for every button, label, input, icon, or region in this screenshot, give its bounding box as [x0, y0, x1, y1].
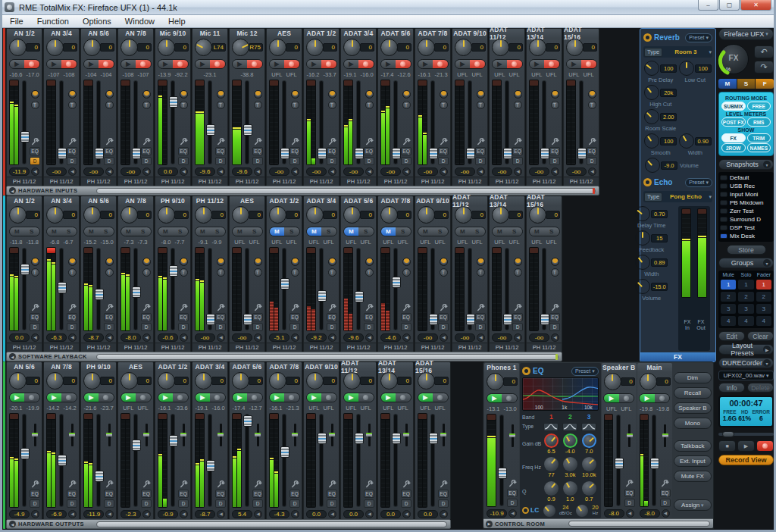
monitor-button[interactable]	[99, 393, 114, 402]
pan-knob[interactable]	[232, 206, 249, 224]
eq-badge[interactable]: EQ	[401, 490, 411, 498]
pan-knob[interactable]	[306, 39, 324, 56]
snapshot-select-box[interactable]	[720, 217, 728, 222]
pan-knob[interactable]	[640, 373, 657, 390]
cue-play-button[interactable]: ▶	[418, 60, 433, 68]
eq-badge[interactable]: EQ	[507, 489, 518, 497]
eq-badge[interactable]: EQ	[512, 313, 523, 321]
reverb-width-knob[interactable]	[679, 133, 694, 149]
collapse-icon[interactable]: ◀	[440, 510, 448, 518]
eq-badge[interactable]: EQ	[215, 490, 226, 498]
record-enable-button[interactable]	[210, 60, 225, 68]
chevron-down-icon[interactable]: ▾	[709, 194, 712, 200]
cue-play-button[interactable]: ▶	[10, 60, 25, 68]
cue-play-button[interactable]: ▶	[418, 393, 433, 402]
collapse-icon[interactable]: ◀	[68, 510, 77, 518]
fader-handle[interactable]	[355, 433, 364, 444]
device-selector[interactable]: Fireface UFX ▾	[718, 28, 774, 40]
echo-volume-knob[interactable]	[635, 279, 650, 294]
lowcut-slope-knob[interactable]	[543, 505, 555, 517]
snapshot-select-box[interactable]	[720, 200, 728, 205]
snapshot-select-box[interactable]	[720, 175, 728, 180]
trim-gain-knob[interactable]	[105, 90, 114, 99]
cue-play-button[interactable]: ▶	[381, 60, 396, 68]
fader-track[interactable]	[577, 80, 586, 165]
echo-type-value[interactable]: Pong Echo	[662, 193, 709, 200]
fader-handle[interactable]	[280, 148, 289, 159]
record-enable-button[interactable]	[24, 60, 39, 68]
pan-knob[interactable]	[83, 372, 101, 390]
solo-button[interactable]: S	[396, 227, 411, 236]
record-enable-button[interactable]	[61, 60, 77, 68]
cue-play-button[interactable]: ▶	[47, 60, 62, 68]
eq-badge[interactable]: EQ	[327, 313, 337, 321]
pan-knob[interactable]	[120, 372, 138, 390]
aux-mini-fader-cap[interactable]	[329, 433, 335, 437]
mute-button[interactable]: M	[84, 227, 99, 236]
fader-handle[interactable]	[540, 314, 549, 325]
solo-button[interactable]: S	[61, 227, 77, 236]
trim-button[interactable]: T	[291, 101, 299, 109]
collapse-icon[interactable]: ◀	[328, 510, 336, 518]
routing-submix-button[interactable]: SUBMIX	[721, 102, 746, 111]
expand-icon[interactable]: ▶	[486, 521, 493, 527]
solo-button[interactable]: S	[433, 227, 448, 236]
dynamics-badge[interactable]: D	[549, 323, 560, 331]
lowcut-enable-ring[interactable]	[522, 507, 529, 514]
record-enable-button[interactable]	[544, 60, 559, 68]
aux-mini-fader-cap[interactable]	[403, 433, 409, 437]
collapse-icon[interactable]: ◀	[440, 333, 448, 342]
wrench-icon[interactable]	[439, 479, 448, 488]
dynamics-badge[interactable]: D	[512, 157, 523, 165]
cue-play-button[interactable]: ▶	[307, 393, 322, 402]
fader-handle[interactable]	[58, 148, 67, 159]
collapse-icon[interactable]: ◀	[291, 510, 299, 518]
cue-play-button[interactable]: ▶	[158, 393, 174, 402]
trim-button[interactable]: T	[142, 268, 151, 277]
wrench-icon[interactable]	[179, 479, 188, 488]
wrench-icon[interactable]	[513, 302, 522, 311]
trim-button[interactable]: T	[477, 268, 485, 277]
group-cell-fader-3[interactable]: 3	[756, 304, 771, 314]
mute-button[interactable]: M	[196, 227, 211, 236]
record-enable-button[interactable]	[470, 60, 485, 68]
trim-gain-knob[interactable]	[514, 90, 522, 99]
pan-knob[interactable]	[83, 206, 101, 224]
collapse-icon[interactable]: ◀	[508, 509, 517, 518]
aux-mini-fader[interactable]	[627, 424, 633, 447]
trim-button[interactable]: T	[440, 101, 448, 109]
collapse-icon[interactable]: ◀	[477, 333, 485, 342]
collapse-icon[interactable]: ◀	[180, 510, 188, 518]
fader-handle[interactable]	[650, 458, 659, 469]
wrench-icon[interactable]	[290, 302, 299, 311]
dynamics-badge[interactable]: D	[252, 157, 263, 165]
show-2row-button[interactable]: 2ROW	[721, 143, 746, 152]
monitor-button[interactable]	[655, 394, 670, 402]
fader-track[interactable]	[429, 413, 437, 508]
pan-knob[interactable]	[9, 372, 27, 390]
collapse-icon[interactable]: ◀	[514, 333, 522, 342]
global-f-button[interactable]: F	[756, 79, 774, 89]
eq-badge[interactable]: EQ	[30, 490, 40, 498]
dynamics-badge[interactable]: D	[624, 499, 635, 507]
eq-band-type-button[interactable]	[562, 423, 577, 431]
dynamics-badge[interactable]: D	[364, 157, 374, 165]
trim-gain-knob[interactable]	[142, 90, 151, 99]
fader-track[interactable]	[355, 413, 363, 508]
trim-gain-knob[interactable]	[440, 90, 448, 99]
collapse-icon[interactable]: ◀	[626, 509, 634, 518]
record-enable-button[interactable]	[173, 60, 188, 68]
trim-gain-knob[interactable]	[514, 258, 522, 266]
fader-handle[interactable]	[20, 131, 30, 142]
aux-mini-fader-cap[interactable]	[627, 433, 633, 437]
trim-button[interactable]: T	[180, 101, 188, 109]
monitor-button[interactable]	[321, 393, 336, 402]
fader-handle[interactable]	[132, 286, 141, 298]
assign-button[interactable]: Assign▾	[674, 499, 712, 511]
eq-badge[interactable]: EQ	[327, 490, 337, 498]
snapshot-select-box[interactable]	[720, 192, 728, 197]
fader-track[interactable]	[20, 247, 29, 331]
durec-header[interactable]: DURECorder ▾	[718, 358, 774, 368]
mute-button[interactable]: M	[10, 227, 25, 236]
aux-mini-fader[interactable]	[440, 424, 446, 446]
